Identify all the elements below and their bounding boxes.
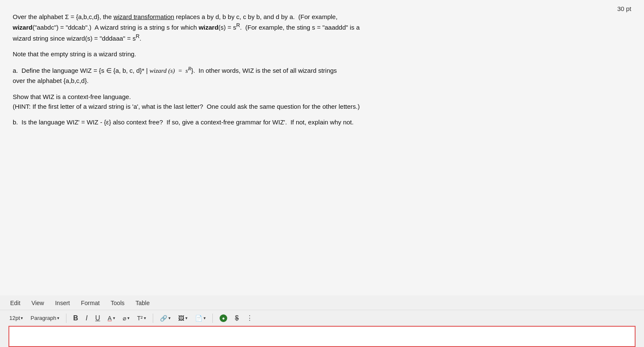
menu-format[interactable]: Format [79,299,101,307]
paragraph-5b: b. Is the language WIZ' = WIZ - {ε} also… [13,117,614,127]
menu-tools[interactable]: Tools [109,299,127,307]
divider-2 [153,314,153,323]
green-circle-button[interactable]: ● [217,313,230,323]
paragraph-style-value: Paragraph [30,315,56,321]
more-options-icon: ⋮ [246,314,253,322]
paragraph-3a: a. Define the language WIZ = {s ∈ {a, b,… [13,65,614,86]
green-circle-icon: ● [220,314,227,322]
image-icon: 🖼 [178,315,184,322]
superscript-chevron: ▾ [144,316,146,320]
divider-1 [66,314,66,323]
superscript-label: T² [137,315,143,322]
menu-bar: Edit View Insert Format Tools Table [0,295,644,310]
math-wizard: wizard (s) = sR [149,67,191,74]
font-color-label: A [108,315,112,322]
math-super-r: R [188,66,191,72]
link-chevron: ▾ [168,316,171,320]
link-icon: 🔗 [160,315,167,322]
image-button[interactable]: 🖼 ▾ [176,314,190,323]
bold-button[interactable]: B [71,313,81,323]
spell-icon: $ [235,314,239,322]
format-toolbar: 12pt ▾ Paragraph ▾ B I U A ▾ ⌀ [0,310,644,326]
bold-wizard2: wizard [198,24,218,31]
menu-edit[interactable]: Edit [8,299,22,307]
menu-view[interactable]: View [30,299,46,307]
font-size-selector[interactable]: 12pt ▾ [7,314,25,322]
font-color-button[interactable]: A ▾ [105,314,118,323]
points-label: 30 pt [617,5,631,12]
bold-wizard1: wizard [13,24,33,31]
doc-button[interactable]: 📄 ▾ [193,314,208,323]
superscript-r2: R [136,33,140,39]
font-size-value: 12pt [9,315,20,321]
image-chevron: ▾ [185,316,187,320]
superscript-r1: R [236,22,240,28]
doc-icon: 📄 [195,315,202,322]
font-color-chevron: ▾ [113,316,115,320]
superscript-button[interactable]: T² ▾ [135,314,149,323]
underline-button[interactable]: U [93,313,103,323]
paragraph-2: Note that the empty string is a wizard s… [13,49,614,59]
toolbar-area: Edit View Insert Format Tools Table 12pt… [0,295,644,347]
paragraph-4-show: Show that WIZ is a context-free language… [13,92,614,112]
link-button[interactable]: 🔗 ▾ [157,314,173,323]
highlight-label: ⌀ [123,315,126,322]
page: 30 pt Over the alphabet Σ = {a,b,c,d}, t… [0,0,644,347]
highlight-button[interactable]: ⌀ ▾ [120,314,132,323]
wizard-transform-link: wizard transformation [113,13,174,20]
italic-button[interactable]: I [83,313,90,323]
divider-3 [212,314,213,323]
spell-button[interactable]: $ [232,313,241,323]
font-size-chevron: ▾ [21,316,23,320]
doc-chevron: ▾ [204,316,206,320]
more-options-button[interactable]: ⋮ [244,313,256,323]
editor-input-area[interactable] [8,326,636,347]
menu-insert[interactable]: Insert [53,299,72,307]
paragraph-1: Over the alphabet Σ = {a,b,c,d}, the wiz… [13,12,614,43]
content-area: Over the alphabet Σ = {a,b,c,d}, the wiz… [13,8,614,127]
paragraph-style-selector[interactable]: Paragraph ▾ [28,314,62,322]
highlight-chevron: ▾ [127,316,129,320]
menu-table[interactable]: Table [134,299,151,307]
paragraph-style-chevron: ▾ [57,316,59,320]
